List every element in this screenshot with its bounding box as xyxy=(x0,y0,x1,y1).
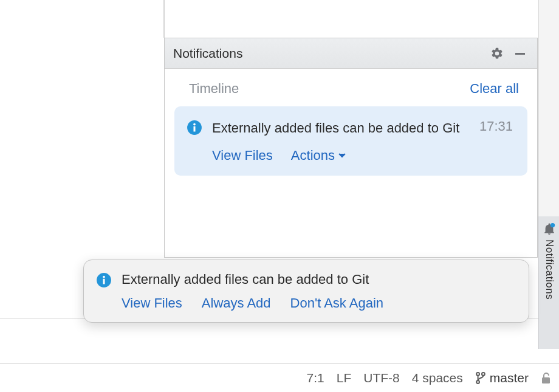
notifications-tool-tab[interactable]: Notifications xyxy=(538,216,559,349)
line-separator[interactable]: LF xyxy=(337,371,352,385)
dont-ask-again-link[interactable]: Don't Ask Again xyxy=(290,295,383,311)
minimize-button[interactable] xyxy=(512,45,529,62)
notifications-tab-label: Notifications xyxy=(543,239,555,300)
git-branch[interactable]: master xyxy=(475,371,529,385)
svg-rect-0 xyxy=(515,53,525,55)
status-bar: 7:1 LF UTF-8 4 spaces master xyxy=(0,363,559,392)
right-tool-strip: Notifications xyxy=(538,0,559,349)
view-files-link[interactable]: View Files xyxy=(212,148,273,163)
minimize-icon xyxy=(514,47,526,60)
svg-rect-6 xyxy=(103,279,105,284)
always-add-link[interactable]: Always Add xyxy=(202,295,271,311)
actions-dropdown[interactable]: Actions xyxy=(291,148,346,163)
indent-setting[interactable]: 4 spaces xyxy=(412,371,463,385)
branch-name: master xyxy=(490,371,529,385)
branch-icon xyxy=(475,371,486,385)
notification-message: Externally added files can be added to G… xyxy=(212,119,464,138)
cursor-position[interactable]: 7:1 xyxy=(307,371,324,385)
balloon-header: Externally added files can be added to G… xyxy=(96,271,514,288)
notification-balloon[interactable]: Externally added files can be added to G… xyxy=(83,260,529,323)
panel-title: Notifications xyxy=(173,46,482,61)
file-encoding[interactable]: UTF-8 xyxy=(363,371,400,385)
balloon-message: Externally added files can be added to G… xyxy=(122,272,369,287)
settings-button[interactable] xyxy=(489,45,506,62)
svg-point-9 xyxy=(482,373,485,376)
right-tool-spacer xyxy=(538,0,559,216)
svg-point-8 xyxy=(476,373,479,376)
panel-border xyxy=(163,0,165,38)
info-icon xyxy=(96,272,112,288)
unlock-icon xyxy=(541,372,552,384)
view-files-link[interactable]: View Files xyxy=(122,295,182,311)
gear-icon xyxy=(490,47,504,60)
bell-icon xyxy=(543,222,556,236)
clear-all-link[interactable]: Clear all xyxy=(470,81,519,97)
svg-rect-2 xyxy=(193,126,195,132)
notification-header: Externally added files can be added to G… xyxy=(187,119,513,138)
svg-point-3 xyxy=(193,123,196,126)
bottom-strip xyxy=(0,318,538,349)
notifications-body: Timeline Clear all Externally added file… xyxy=(165,69,537,257)
actions-label: Actions xyxy=(291,148,335,163)
svg-rect-11 xyxy=(542,377,550,383)
svg-point-10 xyxy=(476,380,479,383)
notification-time: 17:31 xyxy=(479,119,513,134)
lock-button[interactable] xyxy=(541,372,552,384)
svg-point-4 xyxy=(550,223,554,227)
notification-actions: View Files Actions xyxy=(212,148,513,163)
svg-point-7 xyxy=(103,276,105,278)
chevron-down-icon xyxy=(338,153,346,158)
notification-card[interactable]: Externally added files can be added to G… xyxy=(174,106,527,176)
notifications-panel: Notifications Timeline Clear all xyxy=(164,38,538,258)
notifications-panel-header: Notifications xyxy=(165,38,537,69)
timeline-header: Timeline Clear all xyxy=(173,81,529,106)
timeline-label: Timeline xyxy=(189,81,470,97)
info-icon xyxy=(187,120,202,136)
balloon-actions: View Files Always Add Don't Ask Again xyxy=(122,295,514,311)
